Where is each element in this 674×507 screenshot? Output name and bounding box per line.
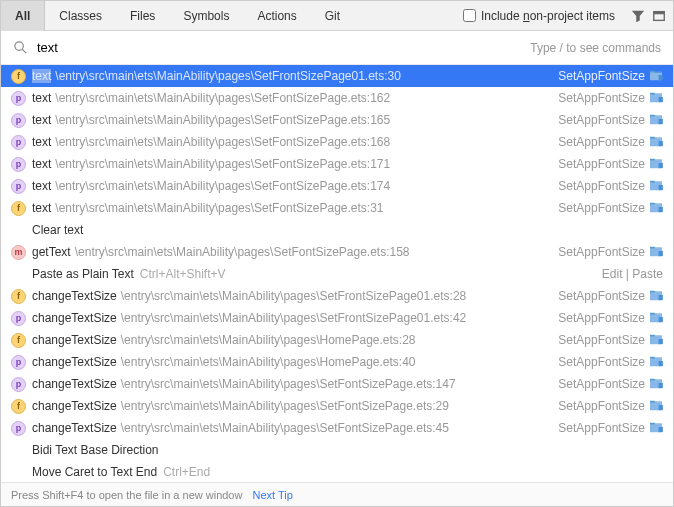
module-folder-icon bbox=[649, 135, 663, 150]
result-row[interactable]: Bidi Text Base Direction bbox=[1, 439, 673, 461]
result-symbol: text bbox=[32, 91, 51, 105]
f-badge-icon: f bbox=[11, 289, 26, 304]
result-scope: SetAppFontSize bbox=[558, 113, 645, 127]
footer-tip: Press Shift+F4 to open the file in a new… bbox=[11, 489, 242, 501]
svg-rect-8 bbox=[659, 163, 663, 168]
svg-line-3 bbox=[22, 49, 26, 53]
result-row[interactable]: ptext \entry\src\main\ets\MainAbility\pa… bbox=[1, 109, 673, 131]
result-row[interactable]: ptext \entry\src\main\ets\MainAbility\pa… bbox=[1, 175, 673, 197]
f-badge-icon: f bbox=[11, 333, 26, 348]
result-path: \entry\src\main\ets\MainAbility\pages\Se… bbox=[55, 135, 390, 149]
search-input[interactable] bbox=[37, 40, 530, 55]
module-folder-icon bbox=[649, 69, 663, 84]
tab-symbols[interactable]: Symbols bbox=[169, 1, 243, 31]
result-row[interactable]: ftext \entry\src\main\ets\MainAbility\pa… bbox=[1, 197, 673, 219]
result-symbol: changeTextSize bbox=[32, 377, 117, 391]
result-row[interactable]: ptext \entry\src\main\ets\MainAbility\pa… bbox=[1, 153, 673, 175]
p-badge-icon: p bbox=[11, 421, 26, 436]
p-badge-icon: p bbox=[11, 355, 26, 370]
svg-rect-7 bbox=[659, 141, 663, 146]
no-icon bbox=[11, 223, 26, 238]
result-scope: SetAppFontSize bbox=[558, 399, 645, 413]
svg-rect-5 bbox=[659, 97, 663, 102]
result-row[interactable]: ftext \entry\src\main\ets\MainAbility\pa… bbox=[1, 65, 673, 87]
module-folder-icon bbox=[649, 333, 663, 348]
result-path: \entry\src\main\ets\MainAbility\pages\Se… bbox=[121, 311, 467, 325]
module-folder-icon bbox=[649, 179, 663, 194]
result-row[interactable]: pchangeTextSize \entry\src\main\ets\Main… bbox=[1, 417, 673, 439]
result-scope: Edit | Paste bbox=[602, 267, 663, 281]
module-folder-icon bbox=[649, 91, 663, 106]
f-badge-icon: f bbox=[11, 399, 26, 414]
result-scope: SetAppFontSize bbox=[558, 355, 645, 369]
svg-point-2 bbox=[15, 41, 23, 49]
open-in-window-icon[interactable] bbox=[651, 8, 667, 24]
f-badge-icon: f bbox=[11, 201, 26, 216]
tab-git[interactable]: Git bbox=[311, 1, 354, 31]
result-path: \entry\src\main\ets\MainAbility\pages\Se… bbox=[55, 201, 383, 215]
p-badge-icon: p bbox=[11, 135, 26, 150]
include-non-project-checkbox[interactable]: Include non-project items bbox=[463, 9, 615, 23]
next-tip-link[interactable]: Next Tip bbox=[252, 489, 292, 501]
svg-rect-1 bbox=[654, 11, 665, 14]
result-path: \entry\src\main\ets\MainAbility\pages\Ho… bbox=[121, 355, 416, 369]
result-scope: SetAppFontSize bbox=[558, 201, 645, 215]
result-symbol: Bidi Text Base Direction bbox=[32, 443, 159, 457]
result-symbol: changeTextSize bbox=[32, 399, 117, 413]
result-row[interactable]: pchangeTextSize \entry\src\main\ets\Main… bbox=[1, 307, 673, 329]
result-row[interactable]: Paste as Plain TextCtrl+Alt+Shift+VEdit … bbox=[1, 263, 673, 285]
m-badge-icon: m bbox=[11, 245, 26, 260]
result-row[interactable]: fchangeTextSize \entry\src\main\ets\Main… bbox=[1, 285, 673, 307]
result-scope: SetAppFontSize bbox=[558, 179, 645, 193]
result-row[interactable]: pchangeTextSize \entry\src\main\ets\Main… bbox=[1, 373, 673, 395]
result-row[interactable]: ptext \entry\src\main\ets\MainAbility\pa… bbox=[1, 131, 673, 153]
result-symbol: Move Caret to Text End bbox=[32, 465, 157, 479]
p-badge-icon: p bbox=[11, 377, 26, 392]
module-folder-icon bbox=[649, 399, 663, 414]
result-path: \entry\src\main\ets\MainAbility\pages\Se… bbox=[55, 91, 390, 105]
result-scope: SetAppFontSize bbox=[558, 421, 645, 435]
result-row[interactable]: fchangeTextSize \entry\src\main\ets\Main… bbox=[1, 395, 673, 417]
results-list[interactable]: ftext \entry\src\main\ets\MainAbility\pa… bbox=[1, 65, 673, 482]
result-scope: SetAppFontSize bbox=[558, 289, 645, 303]
result-path: \entry\src\main\ets\MainAbility\pages\Se… bbox=[75, 245, 410, 259]
shortcut: Ctrl+Alt+Shift+V bbox=[140, 267, 226, 281]
svg-rect-15 bbox=[659, 361, 663, 366]
result-path: \entry\src\main\ets\MainAbility\pages\Se… bbox=[55, 69, 401, 83]
result-symbol: getText bbox=[32, 245, 71, 259]
module-folder-icon bbox=[649, 311, 663, 326]
result-symbol: Clear text bbox=[32, 223, 83, 237]
result-path: \entry\src\main\ets\MainAbility\pages\Se… bbox=[55, 179, 390, 193]
module-folder-icon bbox=[649, 377, 663, 392]
no-icon bbox=[11, 465, 26, 480]
svg-rect-9 bbox=[659, 185, 663, 190]
p-badge-icon: p bbox=[11, 113, 26, 128]
result-scope: SetAppFontSize bbox=[558, 69, 645, 83]
svg-rect-11 bbox=[659, 251, 663, 256]
result-symbol: text bbox=[32, 69, 51, 83]
result-row[interactable]: mgetText \entry\src\main\ets\MainAbility… bbox=[1, 241, 673, 263]
result-row[interactable]: ptext \entry\src\main\ets\MainAbility\pa… bbox=[1, 87, 673, 109]
tab-files[interactable]: Files bbox=[116, 1, 169, 31]
result-row[interactable]: Clear text bbox=[1, 219, 673, 241]
search-row: Type / to see commands bbox=[1, 31, 673, 65]
svg-rect-12 bbox=[659, 295, 663, 300]
svg-rect-16 bbox=[659, 383, 663, 388]
result-symbol: changeTextSize bbox=[32, 311, 117, 325]
result-symbol: text bbox=[32, 113, 51, 127]
module-folder-icon bbox=[649, 245, 663, 260]
svg-rect-18 bbox=[659, 427, 663, 432]
result-row[interactable]: Move Caret to Text EndCtrl+End bbox=[1, 461, 673, 482]
result-path: \entry\src\main\ets\MainAbility\pages\Se… bbox=[55, 157, 390, 171]
result-path: \entry\src\main\ets\MainAbility\pages\Se… bbox=[121, 289, 467, 303]
p-badge-icon: p bbox=[11, 157, 26, 172]
result-row[interactable]: pchangeTextSize \entry\src\main\ets\Main… bbox=[1, 351, 673, 373]
module-folder-icon bbox=[649, 289, 663, 304]
tab-actions[interactable]: Actions bbox=[243, 1, 310, 31]
result-row[interactable]: fchangeTextSize \entry\src\main\ets\Main… bbox=[1, 329, 673, 351]
filter-icon[interactable] bbox=[630, 8, 646, 24]
tab-classes[interactable]: Classes bbox=[45, 1, 116, 31]
result-symbol: changeTextSize bbox=[32, 289, 117, 303]
module-folder-icon bbox=[649, 421, 663, 436]
tab-all[interactable]: All bbox=[1, 1, 45, 31]
